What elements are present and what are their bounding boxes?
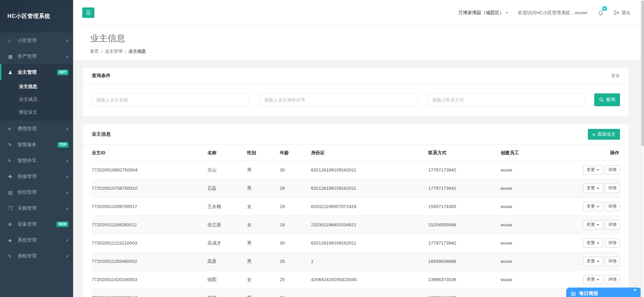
sidebar-item-smart-service[interactable]: ✎智慧服务TOP	[0, 137, 73, 153]
chevron-left-icon: ‹	[66, 174, 68, 179]
sidebar-item-device[interactable]: ⊕设备管理NEW	[0, 216, 73, 232]
cell-creator: wuxw	[501, 216, 569, 234]
sidebar-item-system[interactable]: ◈系统管理‹	[0, 232, 73, 248]
owner-table-head: 业主ID名称性别年龄身份证联系方式创建员工操作	[92, 145, 620, 161]
cell-idcard: 632126199109162011	[311, 234, 428, 252]
sidebar-subitem-bind-owner[interactable]: 绑定业主	[0, 106, 73, 119]
change-button[interactable]: 变更	[583, 202, 603, 211]
owner-idcard-input[interactable]	[260, 93, 417, 107]
change-button[interactable]: 变更	[583, 257, 603, 266]
add-owner-button[interactable]: + 添加业主	[588, 129, 620, 140]
detail-button[interactable]: 详情	[605, 275, 620, 284]
sidebar-nav: ⌂小区管理‹▦资产管理‹♟业主管理HOT业主信息业主成员绑定业主¤费用管理‹✎智…	[0, 32, 73, 264]
breadcrumb-separator: /	[101, 49, 103, 54]
caret-down-icon	[597, 169, 599, 171]
breadcrumb: 首页 / 业主管理 / 业主信息	[90, 48, 634, 54]
cell-owner-id: 772020011420190003	[92, 271, 207, 289]
detail-button[interactable]: 详情	[605, 257, 620, 266]
sidebar-item-label: 组织管理	[18, 189, 66, 196]
cell-idcard: 420642424205423045	[311, 271, 428, 289]
community-selector[interactable]: 万博家博园（城西区） ▾	[458, 10, 508, 16]
change-button[interactable]: 变更	[583, 238, 603, 248]
notifications-button[interactable]: 0	[598, 9, 604, 16]
sidebar-item-fee[interactable]: ¤费用管理‹	[0, 121, 73, 137]
globe-icon: ⊕	[8, 222, 18, 227]
caret-down-icon	[597, 224, 599, 226]
scrollbar-thumb[interactable]	[641, 1, 644, 146]
daily-briefing-widget[interactable]: ▤ 每日简报	[566, 288, 641, 297]
sidebar-submenu: 业主信息业主成员绑定业主	[0, 80, 73, 121]
logout-button[interactable]: 退出	[614, 10, 630, 16]
cell-owner-id: 772020011215210003	[92, 234, 207, 252]
more-link[interactable]: 更多	[611, 73, 620, 79]
detail-button[interactable]: 详情	[605, 165, 620, 175]
sidebar-subitem-owner-member[interactable]: 业主成员	[0, 93, 73, 106]
cell-age: 25	[280, 271, 311, 289]
owner-table: 业主ID名称性别年龄身份证联系方式创建员工操作 7720200106927500…	[92, 145, 620, 297]
cell-actions: 变更详情	[569, 234, 620, 252]
detail-button[interactable]: 详情	[605, 184, 620, 193]
detail-button[interactable]: 详情	[605, 202, 620, 211]
sidebar-item-purchase[interactable]: ❒采购管理‹	[0, 200, 73, 216]
cell-creator: wuxw	[501, 161, 569, 179]
owner-name-input[interactable]	[92, 93, 249, 107]
change-button[interactable]: 变更	[583, 220, 603, 229]
notification-count-badge: 0	[602, 6, 607, 11]
cell-idcard: 620321199007072424	[311, 198, 428, 216]
daily-briefing-label: 每日简报	[579, 290, 598, 297]
sidebar-item-repair[interactable]: ✚报修管理‹	[0, 168, 73, 184]
caret-down-icon	[597, 243, 599, 244]
sidebar-item-label: 小区管理	[18, 38, 66, 44]
cell-phone: 13776644873	[428, 289, 501, 297]
cell-age: 29	[280, 198, 311, 216]
change-button[interactable]: 变更	[583, 184, 603, 193]
sidebar-item-inspection[interactable]: ϟ巡检管理‹	[0, 248, 73, 264]
sidebar-item-organization[interactable]: ▤组织管理‹	[0, 184, 73, 200]
cell-age: 30	[280, 161, 311, 179]
sidebar-subitem-owner-info[interactable]: 业主信息	[0, 80, 73, 93]
detail-button[interactable]: 详情	[605, 220, 620, 229]
sidebar-item-community[interactable]: ⌂小区管理‹	[0, 32, 73, 48]
query-card: 查询条件 更多 查询	[83, 68, 629, 117]
table-row: 772020010758750010石磊男2963212619910916201…	[92, 179, 620, 198]
query-card-title: 查询条件	[92, 73, 111, 79]
sidebar-item-label: 采购管理	[18, 205, 66, 211]
cell-actions: 变更详情	[569, 252, 620, 271]
cell-creator: wuxw	[501, 179, 569, 198]
breadcrumb-current: 业主信息	[128, 48, 146, 54]
cell-creator: wuxw	[501, 271, 569, 289]
detail-button[interactable]: 详情	[605, 238, 620, 248]
sidebar-item-asset[interactable]: ▦资产管理‹	[0, 48, 73, 64]
sidebar-item-label: 智慧服务	[18, 142, 58, 148]
cell-owner-id: 772020010758750010	[92, 179, 207, 198]
change-button[interactable]: 变更	[583, 165, 603, 175]
owner-table-header: 业主信息 + 添加业主	[83, 124, 629, 145]
close-icon[interactable]: ×	[634, 287, 637, 292]
column-header: 业主ID	[92, 145, 207, 161]
table-row: 772020011420190003徐阳女2542064242420542304…	[92, 271, 620, 289]
search-button[interactable]: 查询	[594, 93, 620, 106]
sidebar-item-label: 报修管理	[18, 174, 66, 180]
cell-phone: 15597174305	[428, 198, 501, 216]
sidebar-item-owner[interactable]: ♟业主管理HOT	[0, 64, 73, 80]
cell-idcard: 632126199109162011	[311, 161, 428, 179]
monitor-icon: ⌂	[8, 38, 18, 43]
cell-owner-id: 772020011255480002	[92, 252, 207, 271]
cell-actions: 变更详情	[569, 198, 620, 216]
sidebar-badge: TOP	[58, 142, 68, 147]
wrench-icon: ✚	[8, 174, 18, 179]
breadcrumb-owner-management[interactable]: 业主管理	[105, 48, 123, 54]
sidebar-item-smart-parking[interactable]: ϟ智慧停车‹	[0, 153, 73, 168]
breadcrumb-home[interactable]: 首页	[90, 48, 99, 54]
sidebar-item-label: 资产管理	[18, 53, 66, 60]
sidebar-toggle-button[interactable]: ☰	[82, 7, 94, 18]
gem-icon: ◈	[8, 237, 18, 243]
chevron-left-icon: ‹	[66, 205, 68, 211]
owner-phone-input[interactable]	[428, 93, 585, 107]
topbar: ☰ 万博家博园（城西区） ▾ 欢迎访问HC小区管理系统，wuxw! 0	[73, 0, 644, 26]
column-header: 年龄	[280, 145, 311, 161]
column-header: 名称	[207, 145, 247, 161]
owner-table-wrap: 业主ID名称性别年龄身份证联系方式创建员工操作 7720200106927500…	[83, 145, 629, 297]
cell-idcard: 632126199109162011	[311, 179, 428, 198]
change-button[interactable]: 变更	[583, 275, 603, 284]
